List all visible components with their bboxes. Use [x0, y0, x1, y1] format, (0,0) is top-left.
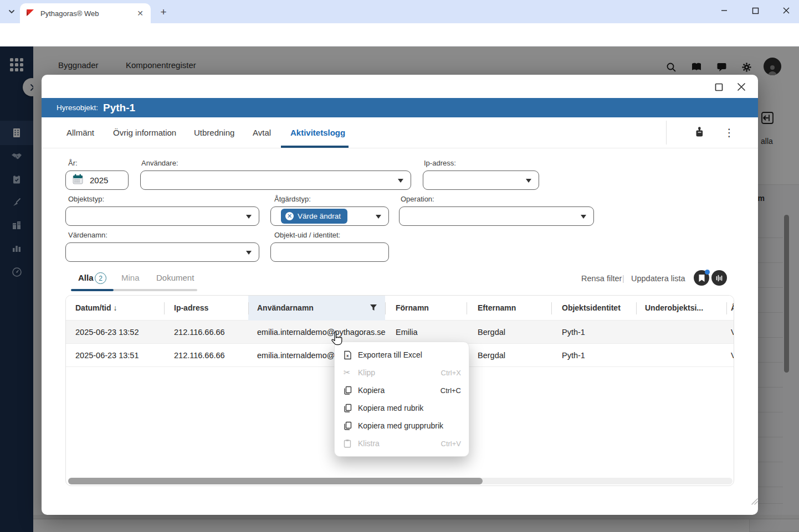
ip-filter-label: Ip-adress:	[424, 159, 456, 167]
dialog-menu-kebab-icon[interactable]: ⋮	[722, 125, 736, 140]
tab-aktivitetslogg[interactable]: Aktivitetslogg	[290, 128, 345, 137]
user-filter-label: Användare:	[141, 159, 178, 167]
menu-item-copy-with-group-header[interactable]: Kopiera med grupprubrik	[335, 417, 469, 435]
chevron-down-icon	[246, 251, 252, 255]
cell-fornamn: Emilia	[396, 328, 417, 337]
col-underobjektsi[interactable]: Underobjektsi...	[645, 303, 703, 312]
bookmark-notification-dot	[705, 270, 710, 275]
cell-objektsidentitet: Pyth-1	[562, 351, 585, 360]
col-fornamn[interactable]: Förnamn	[396, 303, 429, 312]
chip-label: Värde ändrat	[298, 212, 341, 220]
calendar-icon	[72, 173, 84, 187]
dialog-close-button[interactable]	[734, 79, 749, 95]
dialog-titlebar: Hyresobjekt: Pyth-1	[42, 98, 758, 117]
browser-tabstrip: Pythagoras® Web ✕ +	[0, 0, 799, 23]
tab-search-chevron-icon[interactable]	[4, 4, 19, 19]
actiontype-dropdown[interactable]: ✕ Värde ändrat	[270, 206, 389, 226]
cell-ip: 212.116.66.66	[174, 328, 225, 337]
stamp-icon[interactable]	[692, 125, 706, 140]
list-tab-track	[114, 289, 197, 291]
col-datum-tid[interactable]: Datum/tid ↓	[75, 303, 117, 312]
operation-label: Operation:	[401, 195, 434, 203]
tabs-bottom-divider	[42, 148, 758, 148]
menu-item-copy-with-header[interactable]: Kopiera med rubrik	[335, 399, 469, 417]
year-value[interactable]: 2025	[90, 175, 108, 185]
tab-utbredning[interactable]: Utbredning	[194, 128, 234, 137]
dialog-title-value: Pyth-1	[103, 102, 135, 114]
bookmark-filter-button[interactable]	[694, 270, 709, 286]
excel-file-icon: x	[344, 350, 358, 360]
cell-efternamn: Bergdal	[478, 351, 505, 360]
cell-atgardstyp-partial: V	[731, 351, 734, 360]
cell-anvandarnamn: emilia.internaldemo@pythagoras.se	[257, 328, 386, 337]
ip-filter-dropdown[interactable]	[423, 171, 539, 190]
svg-text:x: x	[346, 353, 349, 358]
sort-desc-icon[interactable]: ↓	[113, 303, 117, 312]
col-anvandarnamn[interactable]: Användarnamn	[257, 303, 314, 312]
menu-item-cut[interactable]: ✂ Klipp Ctrl+X	[335, 364, 469, 381]
mouse-pointer-hand-cursor	[330, 331, 344, 349]
menu-item-paste[interactable]: Klistra Ctrl+V	[335, 435, 469, 452]
year-field[interactable]: 2025	[65, 171, 129, 190]
cell-ip: 212.116.66.66	[174, 351, 225, 360]
copy-icon	[344, 421, 358, 430]
chevron-down-icon	[581, 215, 586, 219]
chevron-down-icon	[376, 215, 381, 219]
alla-count-badge: 2	[95, 272, 106, 284]
window-close-button[interactable]	[778, 2, 795, 19]
tab-ovrig-information[interactable]: Övrig information	[113, 128, 176, 137]
dialog-maximize-button[interactable]	[711, 79, 726, 95]
dialog-tabs: Allmänt Övrig information Utbredning Avt…	[42, 117, 758, 148]
list-tab-dokument[interactable]: Dokument	[156, 273, 194, 282]
actions-divider: |	[622, 274, 624, 283]
list-tab-indicator	[71, 289, 114, 291]
copy-icon	[344, 404, 358, 412]
chevron-down-icon	[398, 179, 403, 183]
window-maximize-button[interactable]	[747, 2, 764, 19]
tabs-divider	[666, 121, 667, 144]
table-header: Datum/tid ↓ Ip-adress Användarnamn Förna…	[66, 296, 734, 321]
resize-handle[interactable]	[749, 496, 758, 507]
browser-tab[interactable]: Pythagoras® Web ✕	[20, 3, 151, 23]
year-label: År:	[68, 159, 78, 167]
cell-efternamn: Bergdal	[478, 328, 505, 337]
list-tab-mina[interactable]: Mina	[121, 273, 140, 282]
chevron-down-icon	[526, 179, 531, 183]
filter-funnel-icon[interactable]	[370, 304, 377, 314]
menu-item-export-excel[interactable]: x Exportera till Excel	[335, 346, 469, 364]
col-efternamn[interactable]: Efternamn	[478, 303, 516, 312]
menu-item-copy[interactable]: Kopiera Ctrl+C	[335, 381, 469, 399]
new-tab-button[interactable]: +	[157, 6, 170, 19]
clipboard-icon	[344, 439, 358, 448]
tab-allmant[interactable]: Allmänt	[66, 128, 94, 137]
valuename-dropdown[interactable]	[65, 242, 259, 262]
tab-avtal[interactable]: Avtal	[253, 128, 271, 137]
objectuid-label: Objekt-uid / identitet:	[274, 231, 340, 239]
col-ip-adress[interactable]: Ip-adress	[174, 303, 208, 312]
table-row[interactable]: 2025-06-23 13:52 212.116.66.66 emilia.in…	[66, 321, 734, 344]
clear-filter-link[interactable]: Rensa filter	[581, 274, 622, 283]
col-objektsidentitet[interactable]: Objektsidentitet	[562, 303, 621, 312]
objecttype-dropdown[interactable]	[65, 206, 259, 226]
cell-atgardstyp-partial: V	[731, 328, 734, 337]
screen: Pythagoras® Web ✕ + internaldemo.dev.pyt…	[0, 0, 799, 532]
operation-dropdown[interactable]	[399, 206, 594, 226]
chip-remove-icon[interactable]: ✕	[285, 212, 294, 220]
actiontype-label: Åtgärdstyp:	[274, 195, 311, 203]
horizontal-scrollbar-thumb[interactable]	[68, 478, 483, 484]
col-atgardstyp-partial[interactable]: Å	[731, 303, 734, 312]
tab-close-icon[interactable]: ✕	[135, 8, 145, 18]
browser-toolbar: internaldemo.dev.pythagoras.se/pythagora…	[0, 23, 799, 47]
list-tab-alla[interactable]: Alla	[78, 273, 94, 282]
objectuid-input[interactable]	[270, 242, 389, 262]
cell-datum: 2025-06-23 13:51	[75, 351, 139, 360]
column-settings-button[interactable]	[711, 270, 727, 286]
actiontype-chip[interactable]: ✕ Värde ändrat	[281, 209, 347, 224]
horizontal-scrollbar-track[interactable]	[68, 478, 733, 484]
window-minimize-button[interactable]	[716, 2, 733, 19]
context-menu: x Exportera till Excel ✂ Klipp Ctrl+X Ko…	[334, 342, 469, 457]
scissors-icon: ✂	[344, 368, 358, 378]
user-filter-dropdown[interactable]	[140, 171, 411, 190]
favicon-pennant-icon	[25, 9, 35, 18]
refresh-list-link[interactable]: Uppdatera lista	[631, 274, 685, 283]
